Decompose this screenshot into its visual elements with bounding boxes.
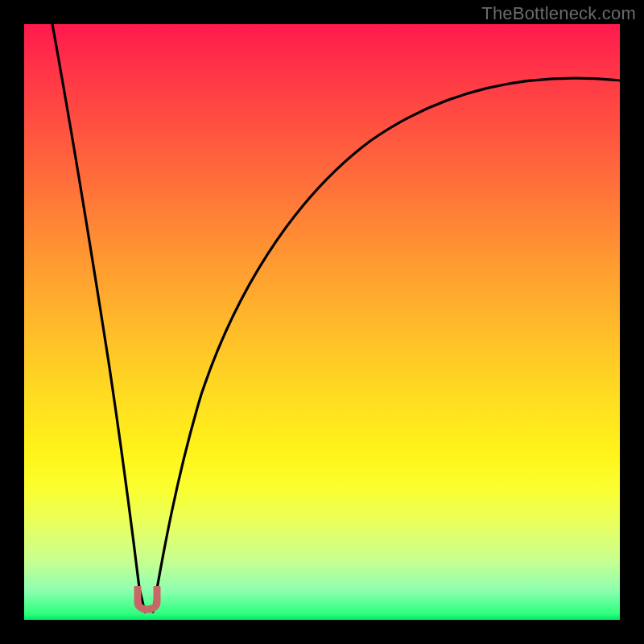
plot-area xyxy=(24,24,620,620)
curve-left-branch xyxy=(52,24,145,612)
curve-right-branch xyxy=(153,78,620,612)
bottleneck-curve xyxy=(24,24,620,620)
watermark-text: TheBottleneck.com xyxy=(481,3,636,24)
outer-frame: TheBottleneck.com xyxy=(0,0,644,644)
